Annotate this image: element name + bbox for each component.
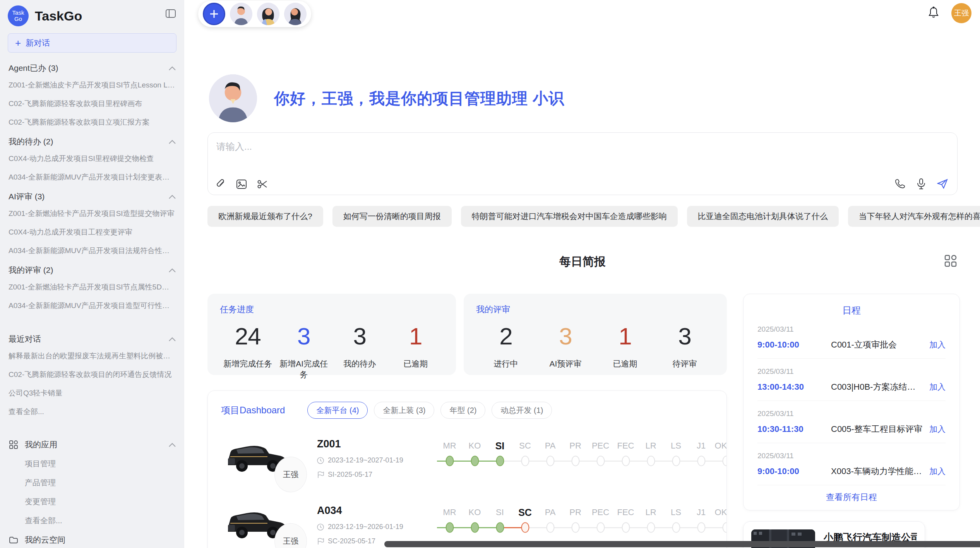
suggestion-chip[interactable]: 比亚迪全固态电池计划具体说了什么: [687, 206, 839, 227]
sidebar-item[interactable]: C0X4-动力总成开发项目SI里程碑提交物检查: [0, 149, 184, 168]
logo-line2: Go: [14, 16, 22, 22]
recent-chat-item[interactable]: C02-飞腾新能源轻客改款项目的闭环通告反馈情况: [0, 365, 184, 384]
join-link[interactable]: 加入: [929, 339, 946, 350]
apps-grid-icon: [9, 440, 19, 449]
phone-icon[interactable]: [895, 179, 905, 189]
milestone-dot-pa: [546, 522, 554, 533]
attachment-icon[interactable]: [216, 179, 226, 189]
user-avatar[interactable]: 王强: [951, 3, 971, 23]
project-info: A034 2023-12-19~2026-01-19 SC-2025-05-17: [317, 503, 433, 545]
schedule-event-title: X003-车辆动力学性能验...: [831, 466, 924, 477]
view-all-schedule-link[interactable]: 查看所有日程: [757, 491, 946, 503]
assistant-avatar-2[interactable]: [257, 3, 279, 25]
project-info: Z001 2023-12-19~2027-01-19 SI-2025-05-17: [317, 437, 433, 479]
schedule-card: 日程 2025/03/11 9:00-10:00 C001-立项审批会 加入 2…: [743, 294, 960, 510]
milestone-dot-ko: [471, 522, 479, 533]
tab-powertrain[interactable]: 动总开发 (1): [492, 402, 552, 419]
sidebar-item[interactable]: C0X4-动力总成开发项目工程变更评审: [0, 223, 184, 241]
milestone-fec: FEC: [613, 439, 638, 469]
section-my-review[interactable]: 我的评审 (2): [0, 260, 184, 278]
app-item-product-mgmt[interactable]: 产品管理: [0, 473, 184, 492]
section-recent-chats[interactable]: 最近对话: [0, 329, 184, 347]
join-link[interactable]: 加入: [929, 424, 946, 435]
recent-chat-item[interactable]: 公司Q3轻卡销量: [0, 384, 184, 402]
suggestion-chip[interactable]: 如何写一份清晰的项目周报: [332, 206, 452, 227]
suggestion-chips: 欧洲新规最近颁布了什么? 如何写一份清晰的项目周报 特朗普可能对进口汽车增税会对…: [207, 206, 958, 227]
microphone-icon[interactable]: [917, 178, 925, 189]
milestone-j1: J1: [689, 439, 714, 469]
section-my-todo[interactable]: 我的待办 (2): [0, 132, 184, 149]
suggestion-chip[interactable]: 当下年轻人对汽车外观有怎样的喜好趋势: [848, 206, 980, 227]
suggestion-chip[interactable]: 特朗普可能对进口汽车增税会对中国车企造成哪些影响: [461, 206, 678, 227]
sidebar-item[interactable]: Z001-全新燃油皮卡产品开发项目SI节点Lesson Learn报告: [0, 76, 184, 94]
new-chat-label: 新对话: [26, 38, 50, 48]
stat-label: 已逾期: [388, 358, 444, 369]
sidebar-item[interactable]: A034-全新新能源MUV产品开发项目法规符合性评审: [0, 241, 184, 260]
milestone-dot-oktb: [722, 522, 727, 533]
schedule-time: 10:30-11:30: [757, 424, 831, 434]
new-chat-button[interactable]: + 新对话: [8, 33, 176, 53]
section-ai-review[interactable]: AI评审 (3): [0, 187, 184, 204]
horizontal-scrollbar-thumb[interactable]: [384, 541, 980, 547]
card-title: 我的评审: [476, 304, 714, 315]
layout-grid-icon[interactable]: [944, 255, 957, 269]
cloud-folder-icon: [9, 536, 19, 543]
chevron-up-icon: [169, 443, 176, 447]
tab-new-platform[interactable]: 全新平台 (4): [307, 402, 368, 419]
recent-chat-item[interactable]: 解释最新出台的欧盟报废车法规再生塑料比例被调至15%...: [0, 347, 184, 365]
sidebar-item[interactable]: A034-全新新能源MUV产品开发项目计划变更表编写: [0, 168, 184, 187]
join-link[interactable]: 加入: [929, 382, 946, 392]
sidebar-item-my-apps[interactable]: 我的应用: [0, 435, 184, 454]
horizontal-scrollbar[interactable]: [384, 541, 980, 547]
milestone-oktb: OKTB: [714, 439, 727, 469]
chevron-up-icon: [169, 195, 176, 199]
chevron-up-icon: [169, 66, 176, 70]
project-code: Z001: [317, 438, 433, 450]
schedule-event-title: C005-整车工程目标评审: [831, 423, 924, 435]
suggestion-chip[interactable]: 欧洲新规最近颁布了什么?: [207, 206, 323, 227]
image-icon[interactable]: [236, 180, 247, 189]
scissors-icon[interactable]: [257, 180, 267, 189]
sidebar-item[interactable]: Z001-全新燃油轻卡产品开发项目SI造型提交物评审: [0, 204, 184, 223]
join-link[interactable]: 加入: [929, 466, 946, 477]
milestone-dot-mr: [445, 522, 454, 533]
app-item-project-mgmt[interactable]: 项目管理: [0, 454, 184, 473]
sidebar-item[interactable]: C02-飞腾新能源轻客改款项目立项汇报方案: [0, 113, 184, 132]
project-row-z001[interactable]: 王强 Z001 2023-12-19~2027-01-19: [221, 437, 713, 479]
milestone-dot-fec: [622, 522, 630, 533]
app-logo: Task Go: [8, 5, 29, 26]
main-area: 王强 你好，王强，我是你的项目管理助理 小识 请输入...: [184, 0, 980, 548]
notification-bell-icon[interactable]: [928, 7, 939, 20]
milestone-dot-lr: [647, 456, 655, 466]
assistant-avatar-3[interactable]: [284, 3, 307, 25]
dashboard-title: 项目Dashboard: [221, 404, 285, 416]
add-assistant-button[interactable]: [203, 3, 225, 25]
stat-my-todo: 3 我的待办: [332, 322, 388, 380]
recent-view-all[interactable]: 查看全部...: [0, 402, 184, 421]
sidebar-collapse-icon[interactable]: [166, 9, 176, 19]
apps-view-all[interactable]: 查看全部...: [0, 511, 184, 530]
greeting-text: 你好，王强，我是你的项目管理助理 小识: [274, 88, 564, 109]
chevron-up-icon: [169, 268, 176, 272]
app-item-change-mgmt[interactable]: 变更管理: [0, 492, 184, 511]
sidebar-item[interactable]: C02-飞腾新能源轻客改款项目里程碑画布: [0, 94, 184, 113]
stat-cards: 任务进度 24 新增完成任务 3 新增AI完成任务: [207, 294, 727, 375]
sidebar-item[interactable]: Z001-全新燃油轻卡产品开发项目SI节点属性5D文件评审: [0, 278, 184, 296]
section-agent-done[interactable]: Agent已办 (3): [0, 58, 184, 76]
sidebar-item-cloud-space[interactable]: 我的云空间: [0, 530, 184, 548]
chat-input[interactable]: 请输入...: [207, 132, 958, 195]
stat-new-done: 24 新增完成任务: [220, 322, 276, 380]
schedule-item: 2025/03/11 9:00-10:00 X003-车辆动力学性能验... 加…: [757, 443, 946, 485]
send-icon[interactable]: [937, 179, 948, 189]
tab-new-body[interactable]: 全新上装 (3): [374, 402, 434, 419]
milestone-dot-oktb: [722, 456, 727, 466]
stat-label: AI预评审: [536, 358, 595, 369]
tab-model-year[interactable]: 年型 (2): [440, 402, 485, 419]
logo-line1: Task: [12, 10, 24, 16]
milestone-dot-ls: [672, 522, 680, 533]
milestone-pr: PR: [563, 505, 588, 536]
project-row-a034[interactable]: 王强 A034 2023-12-19~2026-01-19: [221, 503, 713, 546]
assistant-avatar-1[interactable]: [230, 3, 252, 25]
chat-input-placeholder: 请输入...: [216, 140, 252, 153]
sidebar-item[interactable]: A034-全新新能源MUV产品开发项目造型可行性评审: [0, 296, 184, 315]
